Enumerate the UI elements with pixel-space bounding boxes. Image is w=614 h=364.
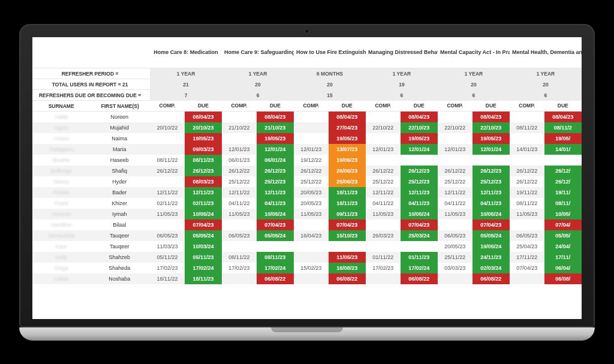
table-row[interactable]: BootheHaseeb08/11/2208/11/2306/01/2306/0… — [32, 155, 582, 166]
table-row[interactable]: AmaniNaima19/05/2319/05/2319/05/2319/05/… — [32, 133, 582, 144]
table-row[interactable]: FrankKhizer02/11/2202/11/2304/11/2204/11… — [32, 198, 582, 209]
completion-cell — [294, 112, 329, 122]
course-header-row: Home Care 8: Medication Home Care 9: Saf… — [32, 37, 582, 68]
due-header[interactable]: DUE — [401, 101, 438, 112]
completion-cell — [222, 241, 257, 252]
due-cell — [401, 155, 438, 166]
comp-header[interactable]: COMP. — [222, 101, 257, 112]
course-header: Home Care 9: Safeguarding Adults — [222, 37, 294, 68]
due-cell: 12/11/23 — [472, 187, 510, 198]
due-cell: 06/08/22 — [257, 273, 294, 284]
due-cell: 24/04/ — [544, 241, 582, 252]
completion-cell: 20/10/22 — [150, 122, 185, 133]
due-cell: 26/12/ — [544, 176, 582, 187]
completion-cell: 06/01/23 — [222, 155, 257, 166]
due-cell: 25/12/23 — [472, 176, 510, 187]
due-cell: 08/11/23 — [185, 155, 222, 166]
due-cell: 08/11/2 — [544, 122, 582, 133]
completion-cell: 11/05/23 — [366, 209, 401, 219]
due-cell: 08/04/23 — [185, 112, 222, 122]
table-row[interactable]: LewisNoshaba18/11/2218/11/2306/08/2206/0… — [32, 273, 582, 284]
due-cell: 04/11/23 — [401, 198, 438, 209]
completion-cell: 19/12/22 — [294, 155, 329, 166]
due-cell: 26/12/23 — [401, 166, 438, 176]
table-row[interactable]: KaurTauqeer11/03/2310/03/2420/05/2319/05… — [32, 241, 582, 252]
table-row[interactable]: KirigaShaheda17/02/2317/02/2417/02/2317/… — [32, 263, 582, 273]
due-cell: 19/05/24 — [472, 241, 510, 252]
due-cell: 12/11/23 — [257, 187, 294, 198]
comp-header[interactable]: COMP. — [510, 101, 544, 112]
completion-cell: 26/12/22 — [438, 166, 472, 176]
laptop-base — [19, 327, 595, 341]
due-cell: 02/03/24 — [472, 263, 510, 273]
table-row[interactable]: BuffongeShafiq26/12/2226/12/2326/12/2226… — [32, 166, 582, 176]
table-row[interactable]: HamiltonBilaal07/04/2307/04/2307/04/2307… — [32, 219, 582, 230]
completion-cell: 19/11/22 — [510, 187, 544, 198]
due-count-cell: 6 — [438, 90, 510, 101]
due-cell: 05/05/24 — [185, 230, 222, 241]
firstname-cell: Tauqeer — [88, 230, 150, 241]
firstname-cell: Mujahid — [88, 122, 150, 133]
due-header[interactable]: DUE — [257, 101, 294, 112]
completion-cell — [510, 273, 544, 284]
completion-cell: 11/05/23 — [294, 209, 329, 219]
table-row[interactable]: KellyShahzeb05/11/2205/11/2308/11/2208/1… — [32, 252, 582, 263]
completion-cell: 17/02/23 — [150, 263, 185, 273]
completion-cell: 03/03/23 — [438, 263, 472, 273]
table-row[interactable]: FolukeBader12/11/2212/11/2312/11/2212/11… — [32, 187, 582, 198]
completion-cell: 04/11/22 — [222, 198, 257, 209]
completion-cell: 06/05/23 — [222, 230, 257, 241]
comp-header[interactable]: COMP. — [294, 101, 329, 112]
stage: Home Care 8: Medication Home Care 9: Saf… — [0, 0, 614, 364]
due-header[interactable]: DUE — [544, 101, 582, 112]
completion-cell: 14/01/23 — [510, 144, 544, 155]
table-row[interactable]: AddisNoreen08/04/2308/04/2308/04/2308/04… — [32, 112, 582, 122]
completion-cell — [366, 273, 401, 284]
surname-cell: Kelly — [32, 252, 88, 263]
due-cell: 13/07/23 — [329, 144, 366, 155]
firstname-header[interactable]: FIRST NAME(S) — [88, 101, 150, 112]
due-cell: 08/04/23 — [544, 112, 582, 122]
total-cell: 20 — [510, 79, 582, 90]
table-row[interactable]: AgoroMujahid20/10/2220/10/2321/10/2221/1… — [32, 122, 582, 133]
firstname-cell: Shafiq — [88, 166, 150, 176]
surname-cell: Agoro — [32, 122, 88, 133]
comp-header[interactable]: COMP. — [150, 101, 185, 112]
completion-cell: 20/05/23 — [438, 241, 472, 252]
due-cell: 19/05/23 — [185, 133, 222, 144]
due-cell: 18/11/23 — [329, 187, 366, 198]
due-header[interactable]: DUE — [472, 101, 510, 112]
total-cell: 19 — [366, 79, 438, 90]
completion-cell: 17/02/23 — [222, 263, 257, 273]
due-cell: 19/05/23 — [329, 133, 366, 144]
table-row[interactable]: HaaruniIymah11/05/2310/05/2411/05/2310/0… — [32, 209, 582, 219]
table-row[interactable]: AstegianoMaria09/03/2312/01/2312/01/2412… — [32, 144, 582, 155]
due-cell: 10/05/24 — [472, 209, 510, 219]
due-header[interactable]: DUE — [185, 101, 222, 112]
table-row[interactable]: DannyHyder08/03/2325/12/2225/12/2325/12/… — [32, 176, 582, 187]
due-cell: 06/08/ — [544, 273, 582, 284]
due-cell: 19/05/23 — [257, 133, 294, 144]
completion-cell — [438, 155, 472, 166]
completion-cell: 25/12/22 — [438, 176, 472, 187]
due-cell: 12/01/24 — [401, 144, 438, 155]
due-cell: 26/12/23 — [472, 166, 510, 176]
table-row[interactable]: JarmuszkieTauqeer06/05/2305/05/2406/05/2… — [32, 230, 582, 241]
completion-cell: 17/02/23 — [366, 263, 401, 273]
due-cell: 26/12/23 — [185, 166, 222, 176]
surname-cell: Astegiano — [32, 144, 88, 155]
surname-header[interactable]: SURNAME — [32, 101, 88, 112]
due-header[interactable]: DUE — [329, 101, 366, 112]
due-cell: 25/12/23 — [401, 176, 438, 187]
due-cell: 07/04/23 — [257, 219, 294, 230]
due-cell: 10/05/24 — [257, 209, 294, 219]
completion-cell — [150, 219, 185, 230]
completion-cell: 01/11/22 — [366, 252, 401, 263]
comp-header[interactable]: COMP. — [438, 101, 472, 112]
due-cell: 25/12/23 — [257, 176, 294, 187]
due-cell: 26/12/23 — [257, 166, 294, 176]
due-cell: 16/08/23 — [329, 263, 366, 273]
comp-header[interactable]: COMP. — [366, 101, 401, 112]
surname-cell: Boothe — [32, 155, 88, 166]
surname-cell: Kiriga — [32, 263, 88, 273]
